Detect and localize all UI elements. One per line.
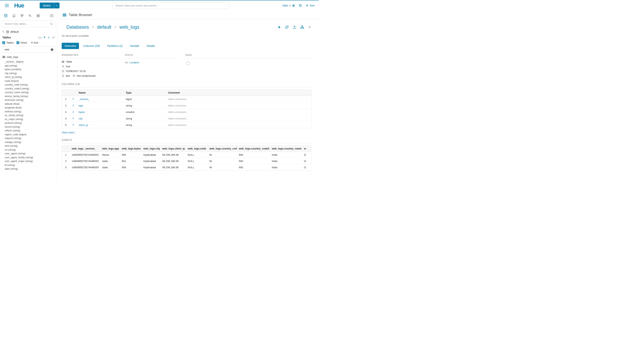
sample-cell: India (270, 164, 302, 170)
info-icon[interactable]: i (73, 117, 74, 120)
column-name-link[interactable]: _version_ (79, 98, 90, 100)
job-browser-button[interactable] (50, 14, 54, 18)
apps-source-button[interactable] (36, 14, 40, 18)
query-dropdown-button[interactable] (54, 2, 60, 8)
info-icon[interactable]: i (73, 98, 74, 100)
search-source-button[interactable] (28, 14, 32, 18)
column-item[interactable]: device_family (string) (0, 94, 57, 98)
column-name-link[interactable]: city (79, 117, 83, 120)
import-data-button[interactable] (293, 25, 297, 29)
menu-button[interactable] (4, 3, 10, 8)
column-item[interactable]: longitude (float) (0, 106, 57, 110)
info-icon[interactable]: i (73, 123, 74, 126)
sample-header: web_logs.city (141, 146, 160, 152)
add-table-button[interactable] (48, 36, 50, 39)
query-button[interactable]: Query (40, 2, 54, 8)
column-item[interactable]: client_ip (string) (0, 75, 57, 79)
global-search-input[interactable] (113, 2, 229, 9)
assist-database-breadcrumb[interactable]: default (0, 29, 57, 34)
refresh-table-button[interactable] (285, 25, 289, 29)
column-comment[interactable]: Add a comment... (166, 102, 311, 109)
column-comment[interactable]: Add a comment... (166, 115, 311, 122)
property-type: Table (62, 60, 118, 63)
query-table-button[interactable] (278, 25, 281, 29)
column-item[interactable]: id (string) (0, 163, 57, 167)
column-item[interactable]: date (string) (0, 167, 57, 171)
tab-overview[interactable]: Overview (62, 43, 79, 49)
column-item[interactable]: code (tinyint) (0, 79, 57, 83)
info-icon[interactable]: i (73, 104, 74, 107)
column-item[interactable]: bytes (smallint) (0, 68, 57, 72)
column-item[interactable]: user_agent_family (string) (0, 156, 57, 160)
column-item[interactable]: record (string) (0, 125, 57, 129)
stats-section: STATS Location (125, 54, 178, 77)
column-name-link[interactable]: bytes (79, 110, 85, 114)
hue-logo[interactable]: Hue (14, 3, 24, 8)
sample-cell: NULL (186, 158, 207, 164)
column-item[interactable]: region_code (bigint) (0, 133, 57, 137)
views-checkbox[interactable] (17, 42, 19, 44)
tab-columns[interactable]: Columns (29) (80, 43, 103, 49)
column-comment[interactable]: Add a comment... (166, 96, 311, 102)
breadcrumb-separator: > (92, 25, 94, 30)
refresh-tables-button[interactable] (52, 36, 55, 39)
column-item[interactable]: city (string) (0, 72, 57, 76)
breadcrumb-database[interactable]: default (97, 24, 111, 30)
table-description[interactable]: No description available (62, 34, 311, 37)
column-item[interactable]: _version_ (bigint) (0, 60, 57, 64)
column-item[interactable]: latitude (float) (0, 102, 57, 106)
tables-checkbox[interactable] (2, 42, 5, 44)
column-item[interactable]: request (string) (0, 136, 57, 140)
caret-down-icon (56, 4, 58, 6)
views-checkbox-label[interactable]: Views (21, 41, 27, 44)
column-item[interactable]: country_name (string) (0, 90, 57, 94)
location-link[interactable]: Location (129, 61, 139, 64)
user-menu[interactable]: hue (306, 4, 315, 7)
column-item[interactable]: os_major (string) (0, 118, 57, 122)
info-icon[interactable]: i (73, 110, 74, 113)
table-filter-input[interactable] (2, 46, 55, 53)
column-name-link[interactable]: app (79, 104, 83, 107)
column-item[interactable]: subapp (string) (0, 140, 57, 144)
hdfs-source-button[interactable] (20, 14, 24, 18)
column-item[interactable]: method (string) (0, 110, 57, 114)
history-button[interactable] (299, 4, 302, 8)
column-item[interactable]: extension (string) (0, 98, 57, 102)
clear-filter-button[interactable] (51, 48, 54, 51)
column-item[interactable]: user_agent (string) (0, 152, 57, 156)
sample-header: web_logs._version_ (70, 146, 100, 152)
breadcrumb: Databases > default > web_logs (66, 24, 311, 30)
documents-source-button[interactable] (12, 14, 16, 18)
column-item[interactable]: user_agent_major (string) (0, 160, 57, 163)
columns-table-row: 3 i bytes smallint Add a comment... (62, 109, 311, 115)
column-item[interactable]: protocol (string) (0, 121, 57, 125)
view-more-link[interactable]: View more... (62, 131, 76, 134)
sample-header: w (302, 146, 311, 152)
assist-table-web-logs[interactable]: web_logs (0, 54, 57, 60)
column-comment[interactable]: Add a comment... (166, 109, 311, 115)
tables-checkbox-label[interactable]: Tables (6, 41, 14, 44)
column-item[interactable]: time (string) (0, 144, 57, 148)
lineage-button[interactable] (300, 25, 304, 29)
column-item[interactable]: os_family (string) (0, 114, 57, 118)
filter-tables-button[interactable] (43, 36, 46, 39)
jobs-link[interactable]: Jobs 2 (282, 4, 295, 7)
assist-search (2, 20, 55, 27)
column-item[interactable]: app (string) (0, 64, 57, 68)
tab-partitions[interactable]: Partitions (2) (104, 43, 125, 49)
sql-tables-search-button[interactable] (48, 20, 55, 27)
column-item[interactable]: url (string) (0, 148, 57, 152)
column-item[interactable]: country_code (string) (0, 83, 57, 87)
columns-header-comment: Comment (166, 90, 311, 96)
column-item[interactable]: referer (string) (0, 129, 57, 133)
sql-source-button[interactable] (4, 14, 8, 18)
sort-control[interactable]: Sort (31, 41, 38, 44)
breadcrumb-databases[interactable]: Databases (66, 24, 89, 30)
column-comment[interactable]: Add a comment... (166, 122, 311, 128)
sql-tables-search-input[interactable] (2, 20, 55, 27)
tab-details[interactable]: Details (144, 43, 158, 49)
column-name-link[interactable]: client_ip (79, 124, 88, 126)
close-button[interactable] (308, 25, 311, 29)
tab-sample[interactable]: Sample (127, 43, 142, 49)
column-item[interactable]: country_code3 (string) (0, 87, 57, 91)
